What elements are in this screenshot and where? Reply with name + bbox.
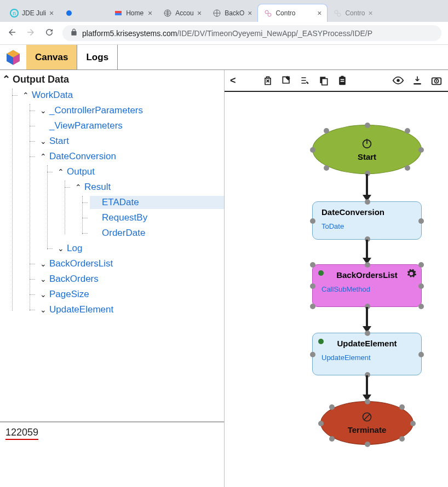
node-result[interactable]: ⌃Result (72, 181, 224, 194)
browser-tab[interactable]: Home × (108, 4, 158, 22)
node-start[interactable]: ⌄Start (37, 135, 224, 148)
app-tab-logs[interactable]: Logs (77, 45, 118, 69)
canvas-toolbar: < (225, 70, 448, 92)
camera-icon[interactable] (430, 74, 443, 86)
chevron-up-icon: ⌃ (74, 183, 82, 192)
favicon (114, 9, 123, 18)
gear-icon (333, 9, 342, 18)
stop-icon (361, 411, 372, 425)
svg-point-8 (268, 13, 271, 16)
favicon: n (10, 9, 19, 18)
gear-icon (263, 9, 272, 18)
svg-rect-19 (340, 79, 344, 80)
value-pane: 122059 (0, 421, 224, 487)
flow-canvas[interactable]: Start DateConversion ToDate (225, 92, 448, 487)
chevron-down-icon: ⌄ (39, 137, 47, 146)
download-icon[interactable] (412, 75, 423, 86)
chevron-down-icon: ⌄ (39, 275, 47, 283)
close-icon[interactable]: × (248, 9, 252, 18)
node-log[interactable]: ⌄Log (55, 242, 224, 255)
flow-node-terminate[interactable]: Terminate (320, 401, 413, 445)
browser-tab[interactable]: Contro × (328, 4, 378, 22)
status-dot (318, 270, 324, 276)
edit-icon[interactable] (281, 75, 292, 86)
status-dot (318, 339, 324, 344)
gear-icon[interactable] (406, 268, 417, 282)
power-icon (361, 137, 373, 152)
browser-tab[interactable] (59, 4, 108, 22)
flow-node-backorderslist[interactable]: BackOrdersList CallSubMethod (312, 264, 422, 307)
reload-button[interactable] (44, 27, 55, 39)
chevron-up-icon: ⌃ (57, 167, 65, 176)
address-bar: platform5.krisesystems.com/IDE/DV/Timeon… (0, 22, 448, 45)
close-icon[interactable]: × (148, 9, 152, 18)
browser-tab-strip: n JDE Juli × Home × Accou × BackO × Cont… (0, 0, 448, 22)
svg-rect-4 (115, 11, 122, 13)
svg-point-2 (66, 10, 72, 16)
forward-button[interactable] (25, 27, 36, 39)
svg-rect-17 (339, 77, 346, 85)
node-controller-params[interactable]: ⌄_ControllerParameters (37, 104, 224, 117)
close-icon[interactable]: × (197, 9, 202, 18)
chevron-down-icon: ⌄ (39, 290, 47, 299)
chevron-down-icon: ⌄ (39, 106, 47, 115)
app-bar: Canvas Logs (0, 45, 448, 70)
eye-icon[interactable] (392, 74, 404, 86)
svg-point-10 (337, 13, 341, 16)
tree-panel: ⌃ Output Data ⌃WorkData ⌄_ControllerPara… (0, 70, 225, 487)
close-icon[interactable]: × (49, 9, 54, 18)
tree-root[interactable]: ⌃ Output Data (2, 72, 224, 86)
node-backorders[interactable]: ⌄BackOrders (37, 273, 224, 286)
flow-node-dateconversion[interactable]: DateConversion ToDate (312, 201, 422, 240)
chevron-down-icon: ⌄ (39, 305, 47, 314)
url-field[interactable]: platform5.krisesystems.com/IDE/DV/Timeon… (62, 25, 441, 41)
svg-rect-20 (340, 81, 344, 82)
svg-rect-16 (321, 79, 327, 85)
node-dateconversion[interactable]: ⌃DateConversion (37, 150, 224, 163)
svg-point-21 (397, 79, 400, 82)
node-etadate[interactable]: ETADate (90, 196, 224, 209)
node-updateelement[interactable]: ⌄UpdateElement (37, 303, 224, 316)
flow-node-updateelement[interactable]: UpdateElement UpdateElement (312, 333, 422, 375)
browser-tab[interactable]: BackO × (207, 4, 257, 22)
svg-text:n: n (13, 10, 16, 16)
copy-icon[interactable] (318, 75, 329, 86)
browser-tab-active[interactable]: Contro × (257, 4, 328, 22)
globe-icon (212, 9, 221, 18)
svg-point-9 (335, 10, 338, 14)
node-pagesize[interactable]: ⌄PageSize (37, 288, 224, 301)
node-requestby[interactable]: RequestBy (90, 211, 224, 224)
canvas-panel: < Start (225, 70, 448, 487)
chevron-up-icon: ⌃ (2, 73, 10, 85)
node-view-params[interactable]: _ViewParameters (37, 119, 224, 132)
node-backorderslist[interactable]: ⌄BackOrdersList (37, 257, 224, 270)
chevron-up-icon: ⌃ (22, 91, 30, 100)
app-tab-canvas[interactable]: Canvas (26, 45, 77, 69)
url-text: platform5.krisesystems.com/IDE/DV/Timeon… (82, 29, 372, 38)
delete-icon[interactable] (262, 75, 273, 86)
close-icon[interactable]: × (368, 9, 372, 18)
node-workdata[interactable]: ⌃WorkData (20, 89, 224, 102)
collapse-left-icon[interactable]: < (230, 75, 236, 86)
app-logo[interactable] (0, 45, 26, 69)
svg-point-24 (436, 80, 438, 82)
lock-icon (70, 28, 78, 38)
browser-tab[interactable]: n JDE Juli × (4, 4, 59, 22)
node-orderdate[interactable]: OrderDate (90, 227, 224, 240)
flow-node-start[interactable]: Start (312, 125, 422, 174)
svg-point-7 (265, 10, 268, 14)
chevron-down-icon: ⌄ (39, 259, 47, 268)
chevron-down-icon: ⌄ (57, 244, 65, 253)
globe-icon (163, 9, 172, 18)
favicon (65, 9, 73, 18)
paste-icon[interactable] (337, 75, 348, 86)
list-edit-icon[interactable] (300, 75, 311, 86)
browser-tab[interactable]: Accou × (158, 4, 207, 22)
chevron-up-icon: ⌃ (39, 152, 47, 161)
back-button[interactable] (7, 27, 18, 39)
value-text: 122059 (5, 427, 38, 440)
svg-rect-18 (341, 76, 343, 78)
close-icon[interactable]: × (317, 9, 321, 18)
node-output[interactable]: ⌃Output (55, 165, 224, 178)
